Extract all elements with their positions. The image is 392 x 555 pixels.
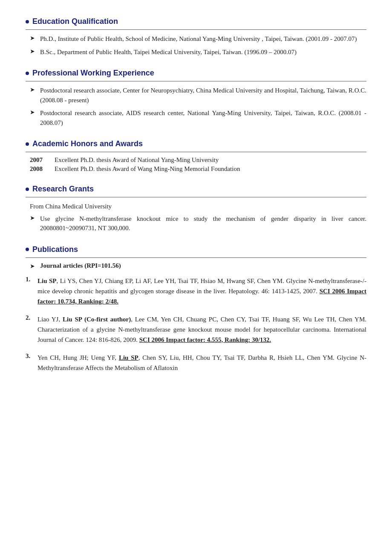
publications-divider — [26, 257, 366, 258]
honors-divider — [26, 152, 366, 152]
publications-section: Publications ➤ Journal articles (RPI=101… — [26, 245, 366, 373]
grants-header: Research Grants — [26, 185, 366, 194]
arrow-icon-3: ➤ — [30, 86, 37, 93]
education-entry-1: ➤ Ph.D., Institute of Public Health, Sch… — [26, 34, 366, 44]
arrow-icon-5: ➤ — [30, 214, 37, 222]
journal-header: ➤ Journal articles (RPI=101.56) — [26, 262, 366, 270]
arrow-icon-1: ➤ — [30, 35, 37, 42]
year-2007: 2007 — [30, 156, 51, 164]
publications-title: Publications — [32, 245, 78, 254]
pub3-author: Liu SP — [119, 354, 138, 361]
grants-title: Research Grants — [32, 185, 94, 194]
honors-entry-2007: 2007 Excellent Ph.D. thesis Award of Nat… — [26, 156, 366, 164]
pub-text-1: Liu SP, Li YS, Chen YJ, Chiang EP, Li AF… — [37, 276, 366, 306]
pub-text-2: Liao YJ, Liu SP (Co-first author), Lee C… — [37, 314, 366, 345]
honors-bullet — [26, 142, 29, 146]
pub-item-2: 2. Liao YJ, Liu SP (Co-first author), Le… — [26, 314, 366, 345]
honors-text-2008: Excellent Ph.D. thesis Award of Wang Min… — [55, 165, 240, 173]
grants-bullet — [26, 188, 29, 191]
pub2-author: Liu SP (Co-first author) — [63, 316, 131, 323]
grants-divider — [26, 197, 366, 197]
grants-entry-1: ➤ Use glycine N-methyltransferase knocko… — [26, 214, 366, 233]
education-entry-2: ➤ B.Sc., Department of Public Health, Ta… — [26, 47, 366, 57]
arrow-icon-2: ➤ — [30, 48, 37, 55]
pub-num-2: 2. — [26, 314, 37, 321]
honors-header: Academic Honors and Awards — [26, 139, 366, 148]
pub-item-3: 3. Yen CH, Hung JH; Ueng YF, Liu SP, Che… — [26, 353, 366, 373]
publications-bullet — [26, 248, 29, 251]
education-section: Education Qualification ➤ Ph.D., Institu… — [26, 17, 366, 57]
grants-from: From China Medical University — [26, 202, 366, 211]
education-title: Education Qualification — [32, 17, 118, 26]
arrow-icon-4: ➤ — [30, 109, 37, 116]
grants-text-1: Use glycine N-methyltransferase knockout… — [40, 214, 366, 233]
experience-divider — [26, 81, 366, 81]
experience-bullet — [26, 72, 29, 75]
pub2-impact: SCI 2006 Impact factor: 4.555, Ranking: … — [139, 336, 271, 343]
education-bullet — [26, 20, 29, 23]
honors-text-2007: Excellent Ph.D. thesis Award of National… — [55, 156, 219, 164]
pub-num-3: 3. — [26, 353, 37, 360]
grants-section: Research Grants From China Medical Unive… — [26, 185, 366, 233]
education-text-2: B.Sc., Department of Public Health, Taip… — [40, 47, 366, 57]
arrow-icon-6: ➤ — [30, 263, 37, 270]
experience-text-1: Postdoctoral research associate, Center … — [40, 86, 366, 105]
experience-title: Professional Working Experience — [32, 69, 154, 78]
education-text-1: Ph.D., Institute of Public Health, Schoo… — [40, 34, 366, 44]
education-header: Education Qualification — [26, 17, 366, 26]
experience-text-2: Postdoctoral research associate, AIDS re… — [40, 108, 366, 127]
experience-entry-1: ➤ Postdoctoral research associate, Cente… — [26, 86, 366, 105]
honors-entry-2008: 2008 Excellent Ph.D. thesis Award of Wan… — [26, 165, 366, 173]
year-2008: 2008 — [30, 165, 51, 173]
experience-entry-2: ➤ Postdoctoral research associate, AIDS … — [26, 108, 366, 127]
experience-header: Professional Working Experience — [26, 69, 366, 78]
pub-text-3: Yen CH, Hung JH; Ueng YF, Liu SP, Chen S… — [37, 353, 366, 373]
honors-section: Academic Honors and Awards 2007 Excellen… — [26, 139, 366, 173]
experience-section: Professional Working Experience ➤ Postdo… — [26, 69, 366, 127]
pub1-impact: SCI 2006 Impact factor: 10.734, Ranking:… — [37, 288, 366, 305]
journal-label: Journal articles (RPI=101.56) — [40, 262, 121, 269]
pub-item-1: 1. Liu SP, Li YS, Chen YJ, Chiang EP, Li… — [26, 276, 366, 306]
honors-title: Academic Honors and Awards — [32, 139, 143, 148]
education-divider — [26, 29, 366, 30]
pub-num-1: 1. — [26, 276, 37, 283]
pub1-author: Liu SP — [37, 278, 57, 284]
publications-header: Publications — [26, 245, 366, 254]
